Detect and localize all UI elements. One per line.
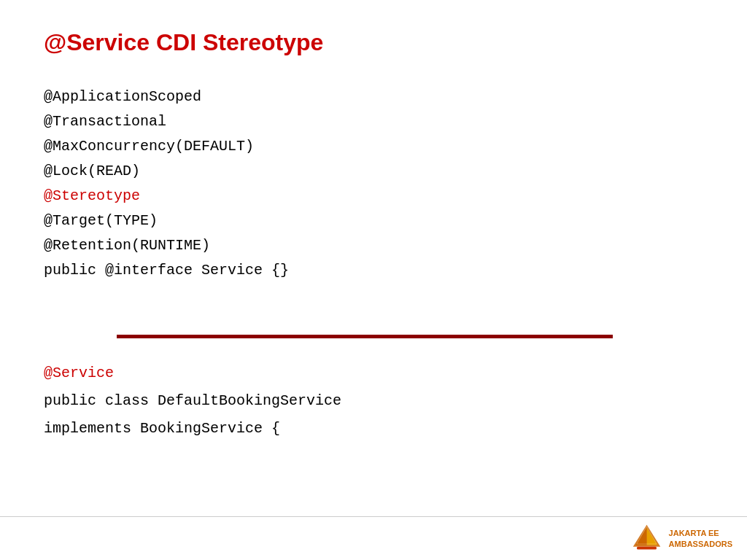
main-content: @Service CDI Stereotype @ApplicationScop…: [0, 0, 747, 313]
code-line-3: @MaxConcurrency(DEFAULT): [44, 135, 703, 158]
code-block-top: @ApplicationScoped @Transactional @MaxCo…: [44, 85, 703, 282]
code-block-bottom: @Service public class DefaultBookingServ…: [44, 360, 703, 442]
code-line-4: @Lock(READ): [44, 160, 703, 183]
footer: JAKARTA EE AMBASSADORS: [0, 516, 747, 560]
jakarta-ee-logo-icon: [630, 522, 663, 555]
bottom-section: @Service public class DefaultBookingServ…: [0, 360, 747, 442]
logo-container: JAKARTA EE AMBASSADORS: [630, 522, 732, 555]
bottom-line-2: public class DefaultBookingService: [44, 388, 703, 414]
logo-line1: JAKARTA EE: [669, 528, 732, 538]
svg-rect-3: [637, 547, 657, 550]
code-line-6: @Target(TYPE): [44, 209, 703, 233]
slide-title: @Service CDI Stereotype: [44, 29, 703, 56]
code-line-8: public @interface Service {}: [44, 259, 703, 282]
logo-line2: AMBASSADORS: [669, 539, 732, 549]
logo-text: JAKARTA EE AMBASSADORS: [669, 528, 732, 549]
code-line-1: @ApplicationScoped: [44, 85, 703, 109]
bottom-line-3: implements BookingService {: [44, 416, 703, 442]
section-divider: [117, 335, 613, 338]
code-line-2: @Transactional: [44, 110, 703, 133]
code-line-5-stereotype: @Stereotype: [44, 184, 703, 208]
bottom-line-1-service: @Service: [44, 360, 703, 386]
code-line-7: @Retention(RUNTIME): [44, 234, 703, 257]
